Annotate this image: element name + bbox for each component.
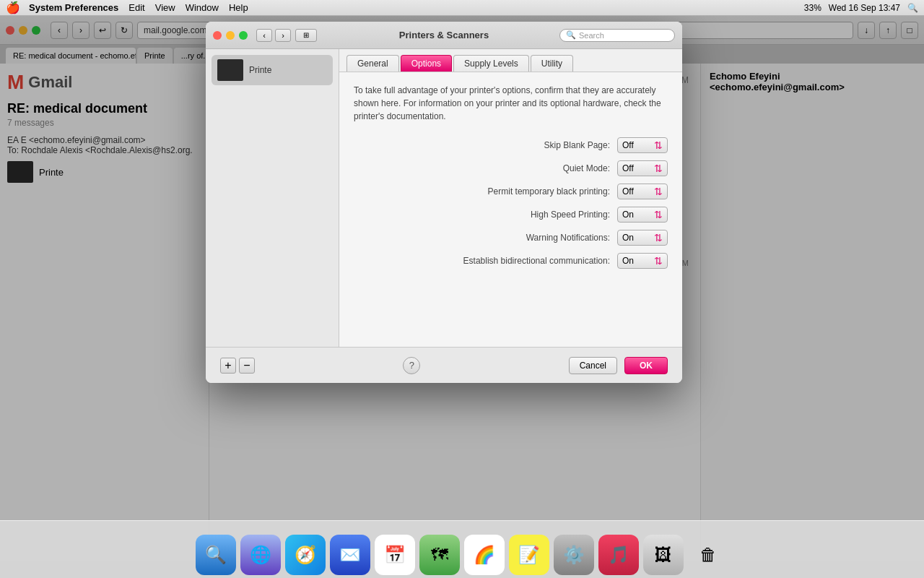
menubar-view[interactable]: View <box>155 2 175 13</box>
search-placeholder: Search <box>579 31 604 40</box>
option-row-3: High Speed Printing: On ⇅ <box>354 207 668 223</box>
option-select-5[interactable]: On ⇅ <box>617 253 668 269</box>
menubar-search-icon[interactable]: 🔍 <box>907 3 918 13</box>
detail-content: To take full advantage of your printer's… <box>339 72 682 347</box>
tab-general[interactable]: General <box>346 55 399 72</box>
option-arrow-5: ⇅ <box>654 256 663 266</box>
option-label-1: Quiet Mode: <box>354 163 610 173</box>
option-value-0: Off <box>622 140 634 150</box>
dock-finder[interactable]: 🔍 <box>196 535 236 575</box>
option-value-3: On <box>622 210 634 220</box>
tab-utility[interactable]: Utility <box>531 55 573 72</box>
printers-titlebar: ‹ › ⊞ Printers & Scanners 🔍 Search <box>206 22 682 49</box>
printers-title: Printers & Scanners <box>399 30 489 40</box>
option-value-5: On <box>622 256 634 266</box>
option-label-3: High Speed Printing: <box>354 210 610 220</box>
apple-menu[interactable]: 🍎 <box>6 1 20 14</box>
menubar-edit[interactable]: Edit <box>128 2 144 13</box>
dock-photos[interactable]: 🌈 <box>464 535 505 575</box>
options-description: To take full advantage of your printer's… <box>354 84 668 123</box>
printer-list-label: Printe <box>249 65 271 75</box>
printer-list-item[interactable]: Printe <box>212 55 333 85</box>
option-label-5: Establish bidirectional communication: <box>354 256 610 266</box>
option-value-1: Off <box>622 163 634 173</box>
help-button[interactable]: ? <box>403 357 420 374</box>
menubar-battery: 33% <box>804 3 821 13</box>
dock: 🔍 🌐 🧭 ✉️ 📅 🗺 🌈 📝 ⚙️ 🎵 🖼 🗑 <box>0 520 924 578</box>
tab-supply-levels[interactable]: Supply Levels <box>453 55 529 72</box>
option-label-0: Skip Blank Page: <box>354 140 610 150</box>
tab-options[interactable]: Options <box>401 55 452 72</box>
printers-detail: General Options Supply Levels Utility To… <box>339 49 682 347</box>
printers-nav: ‹ › <box>256 29 291 42</box>
dock-trash[interactable]: 🗑 <box>688 535 728 575</box>
option-select-3[interactable]: On ⇅ <box>617 207 668 223</box>
option-arrow-0: ⇅ <box>654 140 663 150</box>
option-row-4: Warning Notifications: On ⇅ <box>354 230 668 246</box>
search-icon: 🔍 <box>566 30 576 40</box>
option-value-4: On <box>622 233 634 243</box>
option-arrow-1: ⇅ <box>654 163 663 173</box>
printers-back[interactable]: ‹ <box>256 29 272 42</box>
menubar-right: 33% Wed 16 Sep 13:47 🔍 <box>804 3 918 13</box>
menubar-time: Wed 16 Sep 13:47 <box>829 3 900 13</box>
option-arrow-2: ⇅ <box>654 186 663 197</box>
detail-tabs: General Options Supply Levels Utility <box>339 49 682 72</box>
printers-sidebar: Printe <box>206 49 339 347</box>
printer-thumbnail-icon <box>217 59 243 81</box>
printers-min[interactable] <box>226 31 235 40</box>
option-arrow-3: ⇅ <box>654 210 663 220</box>
dock-mail[interactable]: ✉️ <box>330 535 370 575</box>
printers-body: Printe General Options Supply Levels Uti… <box>206 49 682 347</box>
option-label-4: Warning Notifications: <box>354 233 610 243</box>
menubar-help[interactable]: Help <box>229 2 248 13</box>
dock-safari[interactable]: 🧭 <box>285 535 326 575</box>
dock-music[interactable]: 🎵 <box>598 535 639 575</box>
add-printer-button[interactable]: + <box>220 358 236 374</box>
option-label-2: Permit temporary black printing: <box>354 186 610 197</box>
dock-siri[interactable]: 🌐 <box>240 535 281 575</box>
printers-close[interactable] <box>213 31 222 40</box>
printers-search[interactable]: 🔍 Search <box>559 29 675 42</box>
ok-button[interactable]: OK <box>624 357 668 374</box>
cancel-button[interactable]: Cancel <box>569 357 617 374</box>
option-value-2: Off <box>622 186 634 197</box>
remove-printer-button[interactable]: − <box>239 358 255 374</box>
option-select-1[interactable]: Off ⇅ <box>617 160 668 176</box>
dock-maps[interactable]: 🗺 <box>419 535 460 575</box>
option-row-1: Quiet Mode: Off ⇅ <box>354 160 668 176</box>
printers-grid[interactable]: ⊞ <box>295 29 317 42</box>
printers-max[interactable] <box>239 31 248 40</box>
footer-left: + − <box>220 358 255 374</box>
printers-forward[interactable]: › <box>275 29 291 42</box>
option-arrow-4: ⇅ <box>654 233 663 243</box>
menubar-app[interactable]: System Preferences <box>29 2 118 13</box>
dock-image[interactable]: 🖼 <box>643 535 684 575</box>
dock-calendar[interactable]: 📅 <box>375 535 415 575</box>
menubar: 🍎 System Preferences Edit View Window He… <box>0 0 924 16</box>
option-row-5: Establish bidirectional communication: O… <box>354 253 668 269</box>
printers-scanners-window: ‹ › ⊞ Printers & Scanners 🔍 Search Print… <box>206 22 682 383</box>
printers-footer: + − ? Cancel OK <box>206 347 682 383</box>
dock-notes[interactable]: 📝 <box>509 535 549 575</box>
option-select-4[interactable]: On ⇅ <box>617 230 668 246</box>
printers-traffic-lights <box>213 31 248 40</box>
option-row-2: Permit temporary black printing: Off ⇅ <box>354 184 668 199</box>
dock-settings[interactable]: ⚙️ <box>554 535 594 575</box>
option-select-0[interactable]: Off ⇅ <box>617 137 668 153</box>
option-row-0: Skip Blank Page: Off ⇅ <box>354 137 668 153</box>
menubar-window[interactable]: Window <box>186 2 219 13</box>
option-select-2[interactable]: Off ⇅ <box>617 184 668 199</box>
